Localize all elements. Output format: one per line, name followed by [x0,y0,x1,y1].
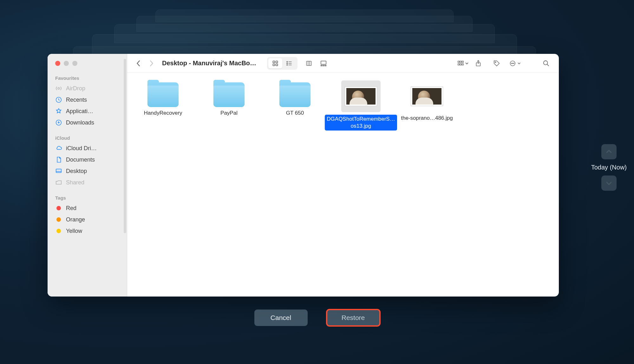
documents-icon [55,156,62,163]
back-button[interactable] [134,59,143,68]
icloud-icon [55,145,62,152]
sidebar-item-downloads[interactable]: Downloads [48,117,127,128]
sidebar-item-label: Yellow [66,228,82,234]
chevron-down-icon [465,61,469,65]
action-menu-button[interactable] [509,58,521,69]
forward-button[interactable] [147,59,156,68]
svg-rect-18 [462,61,464,62]
svg-point-26 [512,63,513,64]
minimize-window-button[interactable] [64,61,69,66]
svg-point-27 [513,63,514,64]
sidebar-tag-yellow[interactable]: Yellow [48,225,127,237]
image-thumbnail [341,80,381,112]
tag-button[interactable] [491,58,502,69]
section-icloud-title: iCloud [48,133,127,143]
desktop-icon [55,168,62,175]
window-title: Desktop - Manuviraj's MacBo… [162,60,256,67]
clock-icon [55,96,62,103]
sidebar-item-recents[interactable]: Recents [48,94,127,105]
sidebar-item-label: Desktop [66,168,87,175]
image-thumbnail [407,80,447,112]
section-tags-title: Tags [48,193,127,202]
svg-rect-21 [462,63,464,65]
share-button[interactable] [473,58,484,69]
file-item-image-selected[interactable]: DGAQShotToRememberS…os13.jpg [331,80,391,131]
folder-icon [213,82,245,107]
airdrop-icon [55,85,62,92]
svg-point-28 [544,61,548,65]
finder-window: Favourites AirDrop Recents Applicati… Do… [48,54,559,297]
view-mode-switch [267,57,297,70]
list-view-button[interactable] [282,58,296,68]
column-view-button[interactable] [302,58,316,68]
sidebar-item-label: Applicati… [66,108,93,115]
view-extra [302,58,330,68]
timeline-up-button[interactable] [601,144,617,159]
svg-rect-7 [276,64,278,66]
time-machine-stack [73,10,536,54]
sidebar-item-icloud-drive[interactable]: iCloud Dri… [48,143,127,154]
sidebar-scrollbar[interactable] [124,59,126,233]
icon-view-button[interactable] [268,58,282,68]
tag-dot-icon [55,227,62,234]
search-button[interactable] [540,58,552,69]
file-grid: HandyRecovery PayPal GT 650 DGAQShotToRe… [127,73,559,297]
svg-rect-15 [325,65,326,66]
sidebar-item-label: Red [66,205,76,212]
sidebar-item-airdrop[interactable]: AirDrop [48,83,127,94]
file-item-folder[interactable]: PayPal [199,80,259,117]
svg-point-23 [495,61,496,62]
sidebar-item-label: iCloud Dri… [66,145,97,152]
sidebar-item-label: AirDrop [66,85,85,92]
svg-rect-14 [323,65,324,66]
action-buttons: Cancel Restore [254,310,380,326]
section-favourites-title: Favourites [48,73,127,83]
group-by-button[interactable] [457,60,469,67]
svg-rect-5 [276,61,278,63]
timeline-nav: Today (Now) [591,144,627,191]
file-label: HandyRecovery [144,110,182,117]
gallery-view-button[interactable] [317,58,330,68]
file-label: the-soprano…486.jpg [401,115,453,122]
cancel-button[interactable]: Cancel [254,310,308,326]
folder-icon [147,82,179,107]
sidebar-item-documents[interactable]: Documents [48,154,127,165]
svg-point-0 [58,87,60,89]
chevron-down-icon [517,61,521,65]
svg-rect-17 [460,61,461,62]
svg-rect-13 [321,65,322,66]
sidebar-item-label: Downloads [66,119,94,126]
file-item-folder[interactable]: GT 650 [265,80,325,117]
zoom-window-button[interactable] [72,61,77,66]
svg-rect-20 [460,63,461,65]
sidebar-tag-red[interactable]: Red [48,202,127,214]
timeline-label: Today (Now) [591,164,627,171]
sidebar-item-label: Orange [66,216,85,223]
sidebar-item-applications[interactable]: Applicati… [48,105,127,117]
file-item-image[interactable]: the-soprano…486.jpg [397,80,457,122]
timeline-down-button[interactable] [601,176,617,191]
sidebar-item-label: Documents [66,156,95,163]
main-content: Desktop - Manuviraj's MacBo… [127,54,559,297]
sidebar-item-label: Shared [66,179,84,186]
svg-rect-11 [307,61,311,65]
sidebar-item-label: Recents [66,97,87,103]
svg-rect-19 [458,63,460,65]
restore-button[interactable]: Restore [327,310,380,326]
file-label: GT 650 [286,110,304,117]
svg-point-8 [287,61,288,62]
svg-point-9 [287,63,288,64]
window-controls [48,61,127,66]
sidebar-item-desktop[interactable]: Desktop [48,165,127,177]
svg-rect-4 [273,61,275,63]
svg-rect-6 [273,64,275,66]
file-label: PayPal [220,110,238,117]
close-window-button[interactable] [55,61,60,66]
tag-dot-icon [55,216,62,223]
sidebar-tag-orange[interactable]: Orange [48,214,127,225]
applications-icon [55,108,62,115]
file-item-folder[interactable]: HandyRecovery [133,80,193,117]
svg-rect-12 [321,61,326,64]
sidebar-item-shared[interactable]: Shared [48,177,127,188]
svg-point-10 [287,64,288,65]
